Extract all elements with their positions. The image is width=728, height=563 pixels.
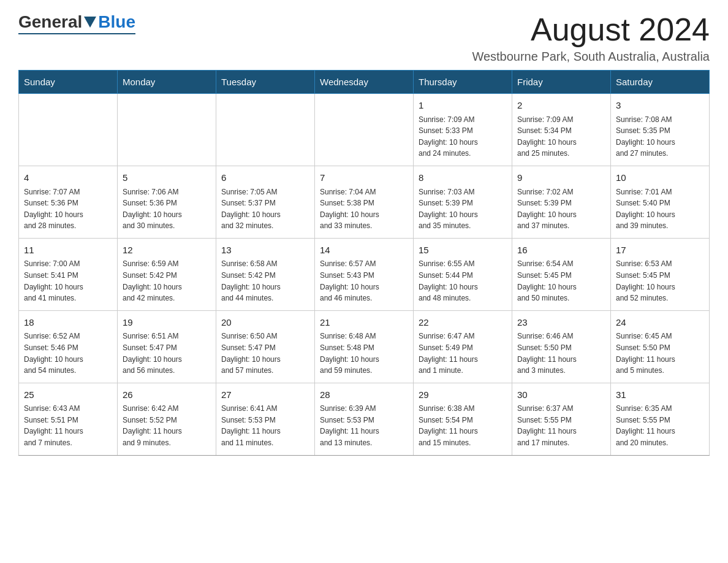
calendar-cell: 16Sunrise: 6:54 AMSunset: 5:45 PMDayligh…	[512, 238, 611, 310]
day-info: Sunrise: 7:00 AMSunset: 5:41 PMDaylight:…	[24, 258, 112, 304]
day-info: Sunrise: 6:51 AMSunset: 5:47 PMDaylight:…	[123, 331, 211, 376]
day-info: Sunrise: 6:52 AMSunset: 5:46 PMDaylight:…	[24, 331, 112, 376]
day-number: 29	[419, 388, 507, 402]
title-section: August 2024 Westbourne Park, South Austr…	[472, 12, 710, 64]
day-number: 17	[616, 243, 704, 258]
day-number: 4	[24, 171, 112, 185]
calendar-cell: 3Sunrise: 7:08 AMSunset: 5:35 PMDaylight…	[611, 94, 710, 166]
day-number: 26	[123, 388, 211, 402]
calendar-cell: 26Sunrise: 6:42 AMSunset: 5:52 PMDayligh…	[118, 383, 216, 455]
column-header-sunday: Sunday	[19, 71, 118, 94]
column-header-monday: Monday	[118, 71, 216, 94]
day-info: Sunrise: 6:46 AMSunset: 5:50 PMDaylight:…	[517, 331, 605, 376]
day-number: 5	[123, 171, 211, 185]
day-info: Sunrise: 6:38 AMSunset: 5:54 PMDaylight:…	[419, 403, 507, 448]
calendar-cell: 10Sunrise: 7:01 AMSunset: 5:40 PMDayligh…	[611, 166, 710, 239]
day-info: Sunrise: 7:04 AMSunset: 5:38 PMDaylight:…	[320, 186, 408, 232]
day-info: Sunrise: 6:57 AMSunset: 5:43 PMDaylight:…	[320, 258, 408, 304]
location-title: Westbourne Park, South Australia, Austra…	[472, 50, 710, 64]
day-number: 21	[320, 316, 408, 330]
calendar-cell: 30Sunrise: 6:37 AMSunset: 5:55 PMDayligh…	[512, 383, 611, 455]
calendar-cell: 25Sunrise: 6:43 AMSunset: 5:51 PMDayligh…	[19, 383, 118, 455]
day-info: Sunrise: 6:53 AMSunset: 5:45 PMDaylight:…	[616, 258, 704, 304]
day-number: 14	[320, 243, 408, 258]
logo-general-text: General	[18, 12, 82, 32]
day-number: 9	[517, 171, 605, 185]
calendar-cell: 5Sunrise: 7:06 AMSunset: 5:36 PMDaylight…	[118, 166, 216, 239]
day-info: Sunrise: 7:07 AMSunset: 5:36 PMDaylight:…	[24, 186, 112, 232]
day-number: 18	[24, 316, 112, 330]
day-info: Sunrise: 7:03 AMSunset: 5:39 PMDaylight:…	[419, 186, 507, 232]
calendar-week-row: 4Sunrise: 7:07 AMSunset: 5:36 PMDaylight…	[19, 166, 710, 239]
day-info: Sunrise: 6:58 AMSunset: 5:42 PMDaylight:…	[221, 258, 309, 304]
logo-underline	[18, 33, 135, 34]
calendar-cell: 1Sunrise: 7:09 AMSunset: 5:33 PMDaylight…	[414, 94, 512, 166]
day-number: 20	[221, 316, 309, 330]
calendar-cell: 20Sunrise: 6:50 AMSunset: 5:47 PMDayligh…	[216, 310, 315, 383]
day-number: 10	[616, 171, 704, 185]
calendar-cell: 8Sunrise: 7:03 AMSunset: 5:39 PMDaylight…	[414, 166, 512, 239]
calendar-week-row: 25Sunrise: 6:43 AMSunset: 5:51 PMDayligh…	[19, 383, 710, 455]
day-number: 1	[419, 99, 507, 113]
calendar-table: SundayMondayTuesdayWednesdayThursdayFrid…	[18, 70, 710, 455]
day-number: 13	[221, 243, 309, 258]
calendar-cell: 21Sunrise: 6:48 AMSunset: 5:48 PMDayligh…	[315, 310, 414, 383]
day-info: Sunrise: 7:02 AMSunset: 5:39 PMDaylight:…	[517, 186, 605, 232]
day-number: 28	[320, 388, 408, 402]
calendar-cell: 23Sunrise: 6:46 AMSunset: 5:50 PMDayligh…	[512, 310, 611, 383]
column-header-thursday: Thursday	[414, 71, 512, 94]
day-info: Sunrise: 6:43 AMSunset: 5:51 PMDaylight:…	[24, 403, 112, 448]
day-number: 27	[221, 388, 309, 402]
day-number: 12	[123, 243, 211, 258]
day-number: 15	[419, 243, 507, 258]
day-number: 19	[123, 316, 211, 330]
calendar-cell: 24Sunrise: 6:45 AMSunset: 5:50 PMDayligh…	[611, 310, 710, 383]
day-info: Sunrise: 7:09 AMSunset: 5:33 PMDaylight:…	[419, 114, 507, 159]
day-info: Sunrise: 6:50 AMSunset: 5:47 PMDaylight:…	[221, 331, 309, 376]
calendar-cell: 28Sunrise: 6:39 AMSunset: 5:53 PMDayligh…	[315, 383, 414, 455]
calendar-cell: 22Sunrise: 6:47 AMSunset: 5:49 PMDayligh…	[414, 310, 512, 383]
calendar-cell	[216, 94, 315, 166]
logo: General Blue	[18, 12, 135, 34]
calendar-cell: 17Sunrise: 6:53 AMSunset: 5:45 PMDayligh…	[611, 238, 710, 310]
calendar-cell: 4Sunrise: 7:07 AMSunset: 5:36 PMDaylight…	[19, 166, 118, 239]
day-info: Sunrise: 7:09 AMSunset: 5:34 PMDaylight:…	[517, 114, 605, 159]
calendar-cell: 18Sunrise: 6:52 AMSunset: 5:46 PMDayligh…	[19, 310, 118, 383]
day-info: Sunrise: 7:08 AMSunset: 5:35 PMDaylight:…	[616, 114, 704, 159]
day-number: 3	[616, 99, 704, 113]
day-info: Sunrise: 7:01 AMSunset: 5:40 PMDaylight:…	[616, 186, 704, 232]
day-info: Sunrise: 6:42 AMSunset: 5:52 PMDaylight:…	[123, 403, 211, 448]
day-info: Sunrise: 6:47 AMSunset: 5:49 PMDaylight:…	[419, 331, 507, 376]
calendar-week-row: 1Sunrise: 7:09 AMSunset: 5:33 PMDaylight…	[19, 94, 710, 166]
calendar-cell: 12Sunrise: 6:59 AMSunset: 5:42 PMDayligh…	[118, 238, 216, 310]
calendar-header-row: SundayMondayTuesdayWednesdayThursdayFrid…	[19, 71, 710, 94]
calendar-cell: 19Sunrise: 6:51 AMSunset: 5:47 PMDayligh…	[118, 310, 216, 383]
day-info: Sunrise: 7:05 AMSunset: 5:37 PMDaylight:…	[221, 186, 309, 232]
day-number: 6	[221, 171, 309, 185]
column-header-friday: Friday	[512, 71, 611, 94]
logo-blue-text: Blue	[98, 12, 135, 32]
column-header-saturday: Saturday	[611, 71, 710, 94]
day-number: 7	[320, 171, 408, 185]
calendar-cell: 14Sunrise: 6:57 AMSunset: 5:43 PMDayligh…	[315, 238, 414, 310]
day-info: Sunrise: 6:45 AMSunset: 5:50 PMDaylight:…	[616, 331, 704, 376]
calendar-cell: 2Sunrise: 7:09 AMSunset: 5:34 PMDaylight…	[512, 94, 611, 166]
day-info: Sunrise: 6:55 AMSunset: 5:44 PMDaylight:…	[419, 258, 507, 304]
day-number: 16	[517, 243, 605, 258]
day-info: Sunrise: 6:37 AMSunset: 5:55 PMDaylight:…	[517, 403, 605, 448]
day-number: 22	[419, 316, 507, 330]
logo-triangle-icon	[84, 17, 96, 28]
day-number: 11	[24, 243, 112, 258]
calendar-cell	[19, 94, 118, 166]
day-info: Sunrise: 6:41 AMSunset: 5:53 PMDaylight:…	[221, 403, 309, 448]
calendar-cell: 27Sunrise: 6:41 AMSunset: 5:53 PMDayligh…	[216, 383, 315, 455]
day-number: 2	[517, 99, 605, 113]
page-header: General Blue August 2024 Westbourne Park…	[18, 12, 710, 64]
column-header-wednesday: Wednesday	[315, 71, 414, 94]
day-info: Sunrise: 6:39 AMSunset: 5:53 PMDaylight:…	[320, 403, 408, 448]
calendar-cell: 6Sunrise: 7:05 AMSunset: 5:37 PMDaylight…	[216, 166, 315, 239]
calendar-cell: 9Sunrise: 7:02 AMSunset: 5:39 PMDaylight…	[512, 166, 611, 239]
month-title: August 2024	[472, 12, 710, 47]
day-info: Sunrise: 6:59 AMSunset: 5:42 PMDaylight:…	[123, 258, 211, 304]
column-header-tuesday: Tuesday	[216, 71, 315, 94]
